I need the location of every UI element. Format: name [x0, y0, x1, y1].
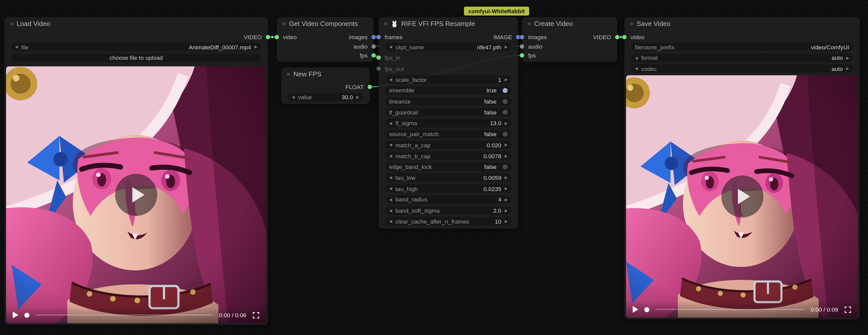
- node-rife-titlebar[interactable]: RIFE VFI FPS Resample: [378, 17, 518, 30]
- port-dot-icon[interactable]: [376, 35, 381, 39]
- video-preview[interactable]: 0:00 / 0:06: [6, 66, 266, 323]
- node-create-video-titlebar[interactable]: Create Video: [522, 17, 617, 30]
- widget-file[interactable]: ◀ file AnimateDiff_00007.mp4 ▶: [11, 43, 261, 51]
- widget-ckpt-name[interactable]: ◀ ckpt_name rife47.pth ▶: [385, 43, 512, 51]
- increment-arrow-icon[interactable]: ▶: [505, 75, 508, 84]
- scrubber-handle[interactable]: [24, 312, 30, 317]
- output-port-images[interactable]: images: [349, 33, 376, 41]
- node-get-video-components-titlebar[interactable]: Get Video Components: [277, 17, 374, 30]
- input-port-video[interactable]: video: [275, 33, 297, 41]
- decrement-arrow-icon[interactable]: ◀: [389, 43, 392, 51]
- progress-track[interactable]: [655, 309, 804, 310]
- input-port-fps[interactable]: fps: [520, 51, 536, 59]
- widget-match-a-cap[interactable]: ◀ match_a_cap 0.020 ▶: [385, 141, 512, 149]
- decrement-arrow-icon[interactable]: ◀: [389, 206, 392, 215]
- decrement-arrow-icon[interactable]: ◀: [635, 53, 638, 62]
- decrement-arrow-icon[interactable]: ◀: [389, 75, 392, 84]
- video-preview[interactable]: 0:00 / 0:09: [626, 75, 858, 318]
- increment-arrow-icon[interactable]: ▶: [505, 206, 508, 215]
- collapse-dot-icon[interactable]: [282, 22, 286, 25]
- widget-format[interactable]: ◀ format auto ▶: [631, 53, 853, 62]
- toggle-dot-icon[interactable]: [503, 88, 508, 93]
- choose-file-button[interactable]: choose file to upload: [11, 53, 261, 62]
- output-port-float[interactable]: FLOAT: [345, 83, 372, 91]
- input-port-fps-in[interactable]: fps_in: [376, 54, 400, 61]
- widget-filename-prefix[interactable]: filename_prefix video/ComfyUI: [631, 43, 853, 51]
- widget-source-pair-match[interactable]: source_pair_match false: [385, 130, 512, 138]
- increment-arrow-icon[interactable]: ▶: [505, 217, 508, 225]
- play-overlay-button[interactable]: [721, 176, 763, 217]
- toggle-dot-icon[interactable]: [503, 164, 508, 170]
- input-port-fps-out[interactable]: fps_out: [376, 65, 404, 72]
- port-dot-icon[interactable]: [371, 35, 376, 39]
- output-port-audio[interactable]: audio: [353, 42, 376, 50]
- output-port-video[interactable]: VIDEO: [593, 33, 619, 41]
- decrement-arrow-icon[interactable]: ◀: [389, 217, 392, 225]
- port-dot-icon[interactable]: [266, 35, 270, 39]
- node-load-video-titlebar[interactable]: Load Video: [4, 17, 268, 30]
- widget-scale-factor[interactable]: ◀ scale_factor 1 ▶: [385, 75, 512, 84]
- widget-lf-guardrail[interactable]: lf_guardrail false: [385, 108, 512, 117]
- widget-codec[interactable]: ◀ codec auto ▶: [631, 64, 853, 73]
- widget-lf-sigma[interactable]: ◀ lf_sigma 13.0 ▶: [385, 119, 512, 127]
- node-save-video-titlebar[interactable]: Save Video: [624, 17, 860, 30]
- widget-match-b-cap[interactable]: ◀ match_b_cap 0.0078 ▶: [385, 152, 512, 160]
- output-port-image[interactable]: IMAGE: [493, 33, 520, 41]
- increment-arrow-icon[interactable]: ▶: [505, 152, 508, 160]
- widget-linearize[interactable]: linearize false: [385, 97, 512, 105]
- node-new-fps-titlebar[interactable]: New FPS: [281, 67, 370, 81]
- port-dot-icon[interactable]: [376, 66, 381, 71]
- widget-edge-band-lock[interactable]: edge_band_lock false: [385, 162, 512, 171]
- port-dot-icon[interactable]: [615, 35, 619, 39]
- output-port-video[interactable]: VIDEO: [244, 33, 270, 41]
- increment-arrow-icon[interactable]: ▶: [505, 43, 508, 51]
- port-dot-icon[interactable]: [520, 44, 524, 48]
- decrement-arrow-icon[interactable]: ◀: [15, 43, 18, 51]
- decrement-arrow-icon[interactable]: ◀: [635, 64, 638, 73]
- port-dot-icon[interactable]: [371, 44, 376, 48]
- decrement-arrow-icon[interactable]: ◀: [389, 184, 392, 193]
- input-port-frames[interactable]: frames: [376, 33, 402, 41]
- input-port-audio[interactable]: audio: [520, 42, 542, 50]
- widget-clear-cache-after-n-frames[interactable]: ◀ clear_cache_after_n_frames 10 ▶: [385, 217, 512, 225]
- collapse-dot-icon[interactable]: [287, 72, 290, 76]
- increment-arrow-icon[interactable]: ▶: [846, 53, 849, 62]
- decrement-arrow-icon[interactable]: ◀: [389, 152, 392, 160]
- widget-tau-low[interactable]: ◀ tau_low 0.0059 ▶: [385, 174, 512, 182]
- play-overlay-button[interactable]: [115, 174, 157, 216]
- widget-band-radius[interactable]: ◀ band_radius 4 ▶: [385, 195, 512, 204]
- port-dot-icon[interactable]: [275, 35, 279, 39]
- port-dot-icon[interactable]: [371, 53, 376, 58]
- increment-arrow-icon[interactable]: ▶: [505, 174, 508, 182]
- toggle-dot-icon[interactable]: [503, 110, 508, 115]
- increment-arrow-icon[interactable]: ▶: [505, 119, 508, 127]
- input-port-images[interactable]: images: [520, 33, 547, 41]
- output-port-fps[interactable]: fps: [360, 51, 376, 59]
- decrement-arrow-icon[interactable]: ◀: [389, 195, 392, 204]
- increment-arrow-icon[interactable]: ▶: [356, 93, 359, 101]
- increment-arrow-icon[interactable]: ▶: [846, 64, 849, 73]
- decrement-arrow-icon[interactable]: ◀: [389, 141, 392, 149]
- decrement-arrow-icon[interactable]: ◀: [389, 174, 392, 182]
- port-dot-icon[interactable]: [622, 35, 627, 39]
- collapse-dot-icon[interactable]: [528, 22, 531, 25]
- increment-arrow-icon[interactable]: ▶: [505, 141, 508, 149]
- node-graph-canvas[interactable]: comfyui-WhiteRabbit Load Video VIDEO ◀ f…: [0, 0, 868, 335]
- fullscreen-button[interactable]: [844, 306, 851, 313]
- increment-arrow-icon[interactable]: ▶: [254, 43, 257, 51]
- port-dot-icon[interactable]: [368, 85, 372, 89]
- play-button-icon[interactable]: [633, 306, 638, 313]
- decrement-arrow-icon[interactable]: ◀: [292, 93, 295, 101]
- toggle-dot-icon[interactable]: [503, 99, 508, 104]
- workflow-tab-badge[interactable]: comfyui-WhiteRabbit: [464, 7, 529, 16]
- scrubber-handle[interactable]: [644, 307, 649, 312]
- input-port-video[interactable]: video: [622, 33, 644, 41]
- fullscreen-button[interactable]: [252, 311, 259, 318]
- decrement-arrow-icon[interactable]: ◀: [389, 119, 392, 127]
- widget-band-soft-sigma[interactable]: ◀ band_soft_sigma 2.0 ▶: [385, 206, 512, 215]
- collapse-dot-icon[interactable]: [384, 22, 388, 25]
- widget-value[interactable]: ◀ value 30.0 ▶: [288, 93, 363, 101]
- increment-arrow-icon[interactable]: ▶: [505, 184, 508, 193]
- widget-ensemble[interactable]: ensemble true: [385, 86, 512, 95]
- toggle-dot-icon[interactable]: [503, 131, 508, 136]
